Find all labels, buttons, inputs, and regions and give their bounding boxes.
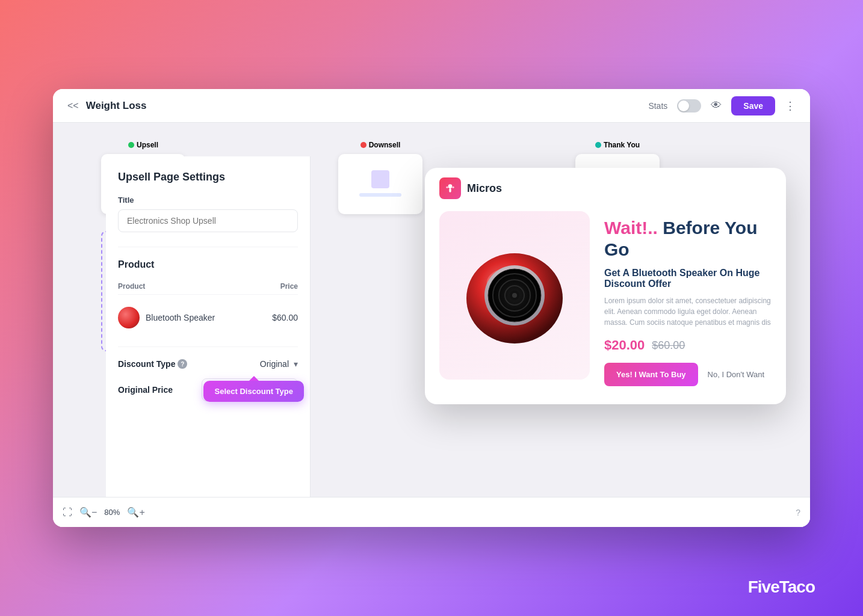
- product-section-title: Product: [118, 259, 298, 270]
- preview-header: Micros: [425, 168, 786, 199]
- original-price-label: Original Price: [118, 385, 173, 395]
- no-button[interactable]: No, I Don't Want: [708, 370, 764, 379]
- node-img: [371, 170, 389, 188]
- brand-logo-icon: [439, 177, 461, 199]
- app-window: << Weight Loss Stats 👁 Save ⋮ Upsell: [53, 89, 810, 527]
- preview-card: Micros: [425, 168, 786, 404]
- top-bar-left: << Weight Loss: [67, 100, 146, 112]
- section-divider-2: [118, 346, 298, 347]
- discount-info-icon[interactable]: ?: [178, 359, 187, 369]
- preview-icon[interactable]: 👁: [711, 99, 722, 112]
- product-name: Bluetooth Speaker: [146, 313, 215, 322]
- speaker-svg: [454, 235, 575, 356]
- headline-accent: Wait!..: [604, 218, 663, 238]
- dot-downsell: [360, 142, 367, 148]
- tooltip: Select Discount Type: [203, 381, 304, 402]
- dot-upsell: [128, 142, 134, 148]
- brand-watermark: FiveTaco: [748, 578, 815, 597]
- more-options-icon[interactable]: ⋮: [785, 99, 796, 112]
- settings-panel: Upsell Page Settings Title Product Produ…: [106, 156, 311, 497]
- preview-headline: Wait!.. Before You Go: [604, 217, 772, 260]
- help-icon[interactable]: ?: [796, 508, 800, 517]
- svg-point-3: [452, 186, 454, 188]
- chevron-down-icon: ▾: [294, 359, 298, 369]
- preview-prices: $20.00 $60.00: [604, 337, 772, 353]
- stats-toggle[interactable]: [677, 99, 701, 112]
- price-new: $20.00: [604, 337, 645, 353]
- product-image: [439, 211, 590, 380]
- node-line: [359, 193, 401, 197]
- title-label: Title: [118, 196, 298, 205]
- discount-type-label: Discount Type ?: [118, 359, 187, 369]
- zoom-in-icon[interactable]: 🔍+: [127, 507, 144, 518]
- bottom-bar: ⛶ 🔍− 80% 🔍+ ?: [53, 497, 810, 527]
- canvas-area: Upsell Buy Now ⚙ ✏ 👁 ⧉ 🗑 +: [53, 123, 810, 527]
- product-row: Bluetooth Speaker $60.00: [118, 301, 298, 334]
- svg-rect-1: [449, 188, 451, 192]
- section-divider: [118, 247, 298, 247]
- preview-body: Wait!.. Before You Go Get A Bluetooth Sp…: [425, 199, 786, 404]
- product-thumbnail: [118, 307, 140, 328]
- node-card-downsell[interactable]: [338, 154, 422, 214]
- discount-type-value: Original: [260, 359, 289, 369]
- flow-node-downsell: Downsell: [338, 141, 422, 214]
- svg-point-0: [448, 184, 453, 188]
- discount-select[interactable]: Original ▾: [260, 359, 298, 369]
- dot-thankyou: [595, 142, 601, 148]
- page-title: Weight Loss: [86, 100, 147, 112]
- node-label-thankyou: Thank You: [595, 141, 640, 149]
- preview-subheadline: Get A Bluetooth Speaker On Huge Discount…: [604, 268, 772, 289]
- title-section: Title: [118, 196, 298, 232]
- preview-description: Lorem ipsum dolor sit amet, consectetuer…: [604, 295, 772, 328]
- node-label-upsell: Upsell: [128, 141, 158, 149]
- top-bar: << Weight Loss Stats 👁 Save ⋮: [53, 89, 810, 123]
- discount-type-row: Discount Type ? Original ▾ Select Discou…: [118, 359, 298, 369]
- preview-buttons: Yes! I Want To Buy No, I Don't Want: [604, 363, 772, 386]
- stats-label: Stats: [648, 101, 667, 111]
- tooltip-arrow: [249, 376, 259, 381]
- save-button[interactable]: Save: [731, 96, 775, 116]
- col-product-header: Product: [118, 282, 145, 291]
- svg-point-2: [446, 186, 448, 188]
- product-table-header: Product Price: [118, 279, 298, 295]
- col-price-header: Price: [280, 282, 298, 291]
- product-info: Bluetooth Speaker: [118, 307, 215, 328]
- preview-content: Wait!.. Before You Go Get A Bluetooth Sp…: [604, 211, 772, 386]
- price-old: $60.00: [652, 339, 685, 352]
- svg-point-13: [512, 293, 517, 298]
- title-input[interactable]: [118, 209, 298, 232]
- yes-buy-button[interactable]: Yes! I Want To Buy: [604, 363, 698, 386]
- back-button[interactable]: <<: [67, 100, 79, 111]
- tooltip-text: Select Discount Type: [203, 381, 304, 402]
- expand-icon[interactable]: ⛶: [63, 507, 72, 518]
- node-label-downsell: Downsell: [360, 141, 401, 149]
- product-price: $60.00: [272, 313, 298, 322]
- settings-title: Upsell Page Settings: [118, 171, 298, 183]
- top-bar-right: Stats 👁 Save ⋮: [648, 96, 796, 116]
- zoom-level: 80%: [104, 508, 120, 517]
- zoom-out-icon[interactable]: 🔍−: [79, 507, 97, 518]
- brand-name: Micros: [467, 182, 502, 195]
